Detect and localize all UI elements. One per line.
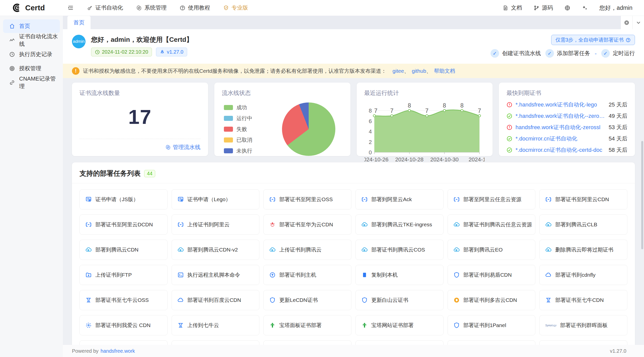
nav-item-2[interactable]: 使用教程 xyxy=(180,4,210,12)
task-card-8[interactable]: 部署证书至华为云CDN xyxy=(263,215,351,235)
task-card-24[interactable]: 部署证书至七牛云OSS xyxy=(79,290,168,310)
legend-item-0[interactable]: 成功 xyxy=(224,104,252,111)
legend-item-4[interactable]: 未执行 xyxy=(224,147,252,154)
task-card-20[interactable]: 部署证书到主机 xyxy=(263,265,351,285)
task-card-26[interactable]: 更新LeCDN证书 xyxy=(263,290,351,310)
sidebar-item-2[interactable]: 执行历史记录 xyxy=(3,48,60,61)
nav-right-item-0[interactable]: 文档 xyxy=(503,4,522,12)
task-card-23[interactable]: 部署证书到cdnfly xyxy=(539,265,627,285)
task-card-clipped-1[interactable] xyxy=(172,340,260,345)
auto-deploy-tip-button[interactable]: 仅需3步，全自动申请部署证书 xyxy=(551,35,635,45)
task-card-34[interactable]: 部署证书到1Panel xyxy=(448,315,536,335)
task-card-25[interactable]: 部署证书到百度云CDN xyxy=(172,290,260,310)
tencent-icon xyxy=(361,221,368,228)
task-card-18[interactable]: 上传证书到FTP xyxy=(79,265,168,285)
dashed-circle-icon xyxy=(85,322,92,329)
task-card-6[interactable]: 部署证书至阿里云DCDN xyxy=(79,215,168,235)
task-card-33[interactable]: 宝塔网站证书部署 xyxy=(355,315,444,335)
notice-text: 证书和授权为敏感信息，不要使用来历不明的在线Certd服务和镜像，以免泄露；请务… xyxy=(83,67,386,75)
user-greeting[interactable]: 您好，admin xyxy=(599,4,632,12)
shield-icon xyxy=(269,297,276,303)
cert-name-link[interactable]: *.handsfree.work证书自动化-lego xyxy=(515,101,606,109)
nav-item-0[interactable]: 证书自动化 xyxy=(87,4,123,12)
notice-link-gitee[interactable]: gitee xyxy=(392,68,404,74)
task-card-29[interactable]: 部署证书至七牛CDN xyxy=(539,290,627,310)
task-card-32[interactable]: 宝塔面板证书部署 xyxy=(263,315,351,335)
task-card-7[interactable]: 上传证书到阿里云 xyxy=(172,215,260,235)
task-label: 部署证书到百度云CDN xyxy=(187,297,241,304)
brand[interactable]: Certd xyxy=(12,3,45,13)
nav-item-1[interactable]: 系统管理 xyxy=(136,4,167,12)
shield-icon xyxy=(453,272,460,278)
svg-text:7: 7 xyxy=(425,108,428,114)
task-card-3[interactable]: 部署到阿里云Ack xyxy=(355,189,444,209)
help-circle-icon xyxy=(626,38,631,43)
sidebar-item-4[interactable]: CNAME记录管理 xyxy=(3,76,60,89)
task-card-1[interactable]: 证书申请（Lego） xyxy=(172,189,260,209)
manage-pipelines-link[interactable]: 管理流水线 xyxy=(165,144,200,151)
nav-right-item-3[interactable] xyxy=(582,5,588,11)
tencent-icon xyxy=(177,246,184,253)
handsfree-link[interactable]: handsfree.work xyxy=(101,348,135,354)
close-tabs-button[interactable] xyxy=(621,16,632,29)
svg-text:8: 8 xyxy=(408,102,411,109)
legend-item-3[interactable]: 已取消 xyxy=(224,136,252,144)
deploy-tasks-title: 支持的部署任务列表 xyxy=(79,169,141,178)
cert-name-link[interactable]: handsfree.work证书自动化-zerossl xyxy=(515,124,606,131)
task-card-21[interactable]: 复制到本机 xyxy=(355,265,444,285)
task-card-15[interactable]: 部署证书到腾讯云COS xyxy=(355,240,444,260)
task-card-clipped-3[interactable] xyxy=(355,340,444,345)
task-card-16[interactable]: 部署到腾讯云EO xyxy=(448,240,536,260)
task-card-14[interactable]: 上传证书到腾讯云 xyxy=(263,240,351,260)
notice-link-github[interactable]: github xyxy=(412,68,426,74)
notice-link-帮助文档[interactable]: 帮助文档 xyxy=(434,68,455,74)
tab-home[interactable]: 首页 xyxy=(67,16,91,29)
task-card-27[interactable]: 更新白山云证书 xyxy=(355,290,444,310)
task-card-11[interactable]: 部署到腾讯云CLB xyxy=(539,215,627,235)
avatar[interactable]: admin xyxy=(72,35,86,48)
task-card-clipped-2[interactable] xyxy=(263,340,351,345)
task-card-10[interactable]: 部署证书到腾讯云任意云资源 xyxy=(448,215,536,235)
nav-right-item-2[interactable] xyxy=(565,5,570,11)
sidebar-item-label: 执行历史记录 xyxy=(19,51,52,58)
task-card-12[interactable]: 部署到腾讯云CDN xyxy=(79,240,168,260)
cert-name-link[interactable]: *.docmirror.cn证书自动化 xyxy=(515,135,606,142)
svg-text:7: 7 xyxy=(374,108,377,114)
task-card-2[interactable]: 部署证书至阿里云OSS xyxy=(263,189,351,209)
task-card-17[interactable]: 删除腾讯云即将过期证书 xyxy=(539,240,627,260)
task-card-clipped-4[interactable] xyxy=(448,340,536,345)
task-card-13[interactable]: 部署到腾讯云CDN-v2 xyxy=(172,240,260,260)
task-card-35[interactable]: Synology部署证书到群晖面板 xyxy=(539,315,627,335)
cert-name-link[interactable]: *.handsfree.work证书自动化--zerossl xyxy=(515,112,606,120)
doge-icon xyxy=(453,297,460,303)
task-card-5[interactable]: 部署证书至阿里云CDN xyxy=(539,189,627,209)
cert-days: 49 天后 xyxy=(609,112,627,120)
sidebar-item-3[interactable]: 授权管理 xyxy=(3,62,60,75)
menu-collapse-icon[interactable] xyxy=(67,5,74,11)
legend-item-1[interactable]: 运行中 xyxy=(224,115,252,122)
cloud-icon xyxy=(545,272,552,278)
task-card-30[interactable]: 部署证书到我爱云 CDN xyxy=(79,315,168,335)
cert-name-link[interactable]: *.docmirror.cn证书自动化-certd-doc xyxy=(515,146,606,154)
task-card-19[interactable]: 执行远程主机脚本命令 xyxy=(172,265,260,285)
main-scrollbar[interactable] xyxy=(641,141,643,249)
recent-runs-area-chart: 0246877878872024-10-262024-10-282024-10-… xyxy=(364,98,485,166)
task-card-22[interactable]: 部署证书到易盾CDN xyxy=(448,265,536,285)
task-card-clipped-5[interactable] xyxy=(539,340,627,345)
nav-right-item-1[interactable]: 源码 xyxy=(534,4,553,12)
task-card-clipped-0[interactable] xyxy=(79,340,168,345)
tencent-icon xyxy=(545,246,552,253)
tab-menu-button[interactable] xyxy=(632,16,644,29)
task-card-0[interactable]: 证书申请（JS版） xyxy=(79,189,168,209)
nav-item-label: 源码 xyxy=(542,4,553,12)
sidebar-item-0[interactable]: 首页 xyxy=(3,19,60,33)
top-navbar: Certd 证书自动化系统管理使用教程专业版 文档源码您好，admin xyxy=(0,0,644,16)
task-card-28[interactable]: 部署证书到多吉云CDN xyxy=(448,290,536,310)
task-card-4[interactable]: 部署至阿里云任意云资源 xyxy=(448,189,536,209)
sidebar-item-1[interactable]: 证书自动化流水线 xyxy=(3,33,60,47)
tencent-icon xyxy=(85,246,92,253)
task-card-9[interactable]: 部署到腾讯云TKE-ingress xyxy=(355,215,444,235)
nav-item-3[interactable]: 专业版 xyxy=(223,4,248,12)
legend-item-2[interactable]: 失败 xyxy=(224,126,252,133)
task-card-31[interactable]: 上传到七牛云 xyxy=(172,315,260,335)
